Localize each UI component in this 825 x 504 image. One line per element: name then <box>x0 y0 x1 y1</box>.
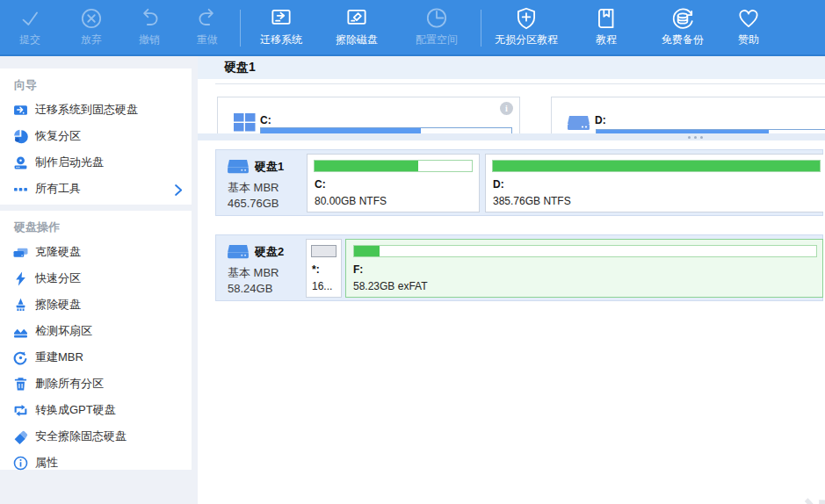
overview-card-d[interactable]: D: <box>551 97 825 133</box>
sponsor-button[interactable]: 赞助 <box>735 5 762 46</box>
wizard-section-title: 向导 <box>0 68 192 97</box>
splitter-dots-icon <box>688 136 703 139</box>
partition-c-label: C: <box>315 178 326 191</box>
sidebar-item-recover-partition[interactable]: 恢复分区 <box>0 123 192 149</box>
sidebar-item-label: 转换成GPT硬盘 <box>35 402 116 418</box>
partition-d-usage-fill <box>493 161 820 171</box>
disk1-row: 硬盘1 基本 MBR 465.76GB C: 80.00GB NTFS D: 3… <box>215 149 823 216</box>
allocate-space-label: 配置空间 <box>416 33 458 46</box>
toolbar-separator <box>240 10 241 47</box>
partition-d-label: D: <box>493 178 504 191</box>
sidebar-item-rebuild-mbr[interactable]: 重建MBR <box>0 344 192 371</box>
disk-drive-icon <box>567 114 590 133</box>
chevron-right-icon <box>170 183 183 195</box>
overview-card-c[interactable]: C: i <box>217 97 520 133</box>
disk2-size: 58.24GB <box>228 282 272 295</box>
properties-icon <box>13 456 28 471</box>
convert-gpt-icon <box>13 403 28 418</box>
tutorial-label: 教程 <box>596 33 617 46</box>
partition-c-usage-bar <box>314 160 473 172</box>
bootable-media-icon <box>13 155 28 170</box>
main-area: 硬盘1 C: i D: <box>198 56 825 504</box>
tutorial-book-icon <box>593 5 619 32</box>
sidebar-item-clone-disk[interactable]: 克隆硬盘 <box>0 239 192 265</box>
partition-unallocated-bar <box>311 245 337 257</box>
partition-d-card[interactable]: D: 385.76GB NTFS <box>485 154 823 212</box>
allocate-space-button[interactable]: 配置空间 <box>416 5 458 46</box>
tutorial-button[interactable]: 教程 <box>593 5 619 46</box>
sidebar-item-secure-erase-ssd[interactable]: 安全擦除固态硬盘 <box>0 423 192 450</box>
partition-tutorial-icon <box>513 5 539 32</box>
sidebar-item-delete-all-partitions[interactable]: 删除所有分区 <box>0 371 192 397</box>
sidebar-item-label: 重建MBR <box>35 349 83 365</box>
all-tools-icon <box>13 182 28 197</box>
sidebar-item-label: 恢复分区 <box>35 128 81 144</box>
sidebar-item-label: 迁移系统到固态硬盘 <box>35 102 138 118</box>
partition-unallocated-card[interactable]: *: 16... <box>306 239 342 298</box>
recover-partition-icon <box>13 129 28 144</box>
sidebar-item-convert-to-gpt[interactable]: 转换成GPT硬盘 <box>0 397 192 423</box>
overview-splitter-handle[interactable] <box>198 133 825 140</box>
disk1-size: 465.76GB <box>228 197 279 210</box>
overview-c-usage-bar <box>260 127 512 133</box>
watermark-text: 泽网 <box>802 490 825 504</box>
sidebar-item-label: 制作启动光盘 <box>35 155 104 170</box>
disk2-info-block[interactable]: 硬盘2 基本 MBR 58.24GB <box>216 235 306 300</box>
disk-drive-icon <box>227 158 250 176</box>
submit-button[interactable]: 提交 <box>17 5 43 46</box>
divider <box>215 83 825 84</box>
toolbar: 提交 放弃 撤销 重做 迁移系统 擦除磁盘 配置空间 无损 <box>0 0 825 56</box>
quick-partition-icon <box>13 271 28 286</box>
partition-f-usage-fill <box>354 246 380 256</box>
sidebar-item-properties[interactable]: 属性 <box>0 450 192 476</box>
sidebar-item-wipe-hdd[interactable]: 擦除硬盘 <box>0 292 192 318</box>
disk1-type: 基本 MBR <box>228 180 279 196</box>
migrate-system-icon <box>268 5 294 32</box>
watermark: 泽网 <box>749 490 825 504</box>
partition-tutorial-button[interactable]: 无损分区教程 <box>495 5 558 46</box>
partition-c-card[interactable]: C: 80.00GB NTFS <box>307 154 480 212</box>
redo-button[interactable]: 重做 <box>194 5 221 46</box>
undo-button[interactable]: 撤销 <box>136 5 163 46</box>
discard-label: 放弃 <box>81 33 102 46</box>
sidebar-item-label: 擦除硬盘 <box>35 297 81 313</box>
sidebar-item-all-tools[interactable]: 所有工具 <box>0 176 192 202</box>
submit-check-icon <box>17 5 43 32</box>
sidebar-item-label: 检测坏扇区 <box>35 323 92 339</box>
delete-partitions-icon <box>13 377 28 392</box>
info-icon[interactable]: i <box>500 102 513 115</box>
disk2-name: 硬盘2 <box>255 244 284 260</box>
discard-button[interactable]: 放弃 <box>78 5 105 46</box>
wipe-disk-button[interactable]: 擦除磁盘 <box>336 5 378 46</box>
free-backup-button[interactable]: 免费备份 <box>662 5 704 46</box>
sidebar-item-label: 所有工具 <box>35 181 81 197</box>
disk2-row: 硬盘2 基本 MBR 58.24GB *: 16... F: 58.23GB e… <box>215 234 823 301</box>
undo-icon <box>136 5 163 32</box>
partition-manager-window: 提交 放弃 撤销 重做 迁移系统 擦除磁盘 配置空间 无损 <box>0 0 825 504</box>
disk-drive-icon <box>227 243 250 261</box>
sidebar-item-bootable-media[interactable]: 制作启动光盘 <box>0 149 192 176</box>
sidebar-item-migrate-to-ssd[interactable]: 迁移系统到固态硬盘 <box>0 97 192 123</box>
partition-f-card-selected[interactable]: F: 58.23GB exFAT <box>345 239 823 298</box>
partition-f-info: 58.23GB exFAT <box>353 280 428 292</box>
sidebar-wizard-section: 向导 迁移系统到固态硬盘 恢复分区 制作启动光盘 所有工具 <box>0 68 192 205</box>
undo-label: 撤销 <box>139 33 160 46</box>
sidebar-item-label: 安全擦除固态硬盘 <box>35 428 127 444</box>
sidebar-item-quick-partition[interactable]: 快速分区 <box>0 265 192 292</box>
tab-bar: 硬盘1 <box>198 56 825 79</box>
partition-c-info: 80.00GB NTFS <box>315 195 387 207</box>
rebuild-mbr-icon <box>13 350 28 365</box>
wipe-disk-icon <box>344 5 370 32</box>
tab-disk1[interactable]: 硬盘1 <box>224 60 256 76</box>
partition-unallocated-info: 16... <box>312 280 332 292</box>
sponsor-heart-icon <box>735 5 762 32</box>
sidebar-item-check-bad-sectors[interactable]: 检测坏扇区 <box>0 318 192 344</box>
discard-icon <box>78 5 105 32</box>
toolbar-separator <box>481 10 481 47</box>
free-backup-label: 免费备份 <box>662 33 704 46</box>
windows-logo-icon <box>233 112 257 133</box>
disk1-info-block[interactable]: 硬盘1 基本 MBR 465.76GB <box>216 150 306 215</box>
migrate-system-label: 迁移系统 <box>260 33 302 46</box>
partition-d-usage-bar <box>492 160 821 172</box>
migrate-system-button[interactable]: 迁移系统 <box>260 5 302 46</box>
